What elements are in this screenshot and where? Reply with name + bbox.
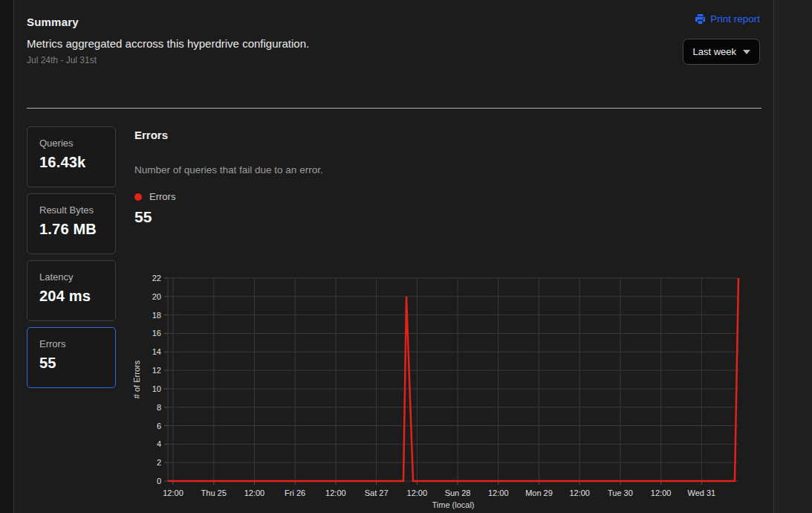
svg-text:4: 4 (157, 439, 161, 448)
stat-value: 1.76 MB (39, 221, 103, 238)
svg-text:12:00: 12:00 (651, 488, 672, 497)
svg-text:Fri 26: Fri 26 (285, 488, 305, 497)
svg-text:2: 2 (157, 458, 161, 467)
errors-line-chart[interactable]: 024681012141618202212:00Thu 2512:00Fri 2… (133, 269, 757, 513)
svg-text:20: 20 (152, 292, 161, 301)
stat-label: Errors (39, 338, 103, 349)
svg-text:8: 8 (157, 403, 161, 412)
stat-label: Result Bytes (39, 204, 103, 216)
page-description: Metrics aggregated accross this hyperdri… (27, 37, 309, 50)
chevron-down-icon (743, 50, 750, 54)
printer-icon (695, 13, 706, 25)
svg-text:12:00: 12:00 (569, 488, 590, 497)
right-gutter (774, 0, 812, 513)
metric-title: Errors (134, 129, 168, 141)
summary-panel: Summary Metrics aggregated accross this … (13, 0, 774, 513)
svg-text:Wed 31: Wed 31 (688, 488, 716, 497)
date-range-label: Jul 24th - Jul 31st (27, 55, 97, 65)
svg-text:Sun 28: Sun 28 (445, 488, 471, 497)
stat-label: Queries (39, 138, 103, 149)
svg-text:14: 14 (152, 347, 161, 356)
svg-text:10: 10 (152, 384, 161, 393)
svg-text:Mon 29: Mon 29 (525, 488, 553, 497)
svg-text:12:00: 12:00 (488, 488, 509, 497)
svg-text:18: 18 (152, 311, 161, 320)
stat-value: 204 ms (39, 288, 103, 305)
svg-text:12:00: 12:00 (325, 488, 346, 497)
svg-text:Sat 27: Sat 27 (365, 488, 389, 497)
svg-text:6: 6 (157, 422, 161, 430)
legend-label: Errors (149, 191, 175, 202)
svg-text:12: 12 (152, 366, 161, 375)
time-range-value: Last week (692, 46, 736, 57)
svg-text:22: 22 (152, 274, 161, 283)
stat-card-errors[interactable]: Errors 55 (27, 327, 116, 388)
svg-text:12:00: 12:00 (407, 488, 428, 497)
print-report-label: Print report (710, 13, 760, 25)
legend-dot-icon (134, 193, 142, 201)
x-axis-label: Time (local) (432, 500, 474, 509)
svg-text:Tue 30: Tue 30 (608, 488, 633, 497)
time-range-selector[interactable]: Last week (683, 39, 760, 65)
stat-label: Latency (39, 271, 103, 283)
stat-card-queries[interactable]: Queries 16.43k (27, 126, 116, 187)
stat-value: 16.43k (39, 154, 103, 171)
chart-gridlines (164, 278, 738, 485)
stat-value: 55 (39, 355, 103, 372)
stat-card-latency[interactable]: Latency 204 ms (27, 260, 116, 321)
svg-text:0: 0 (157, 477, 161, 485)
header-divider (27, 108, 761, 109)
svg-text:16: 16 (152, 329, 161, 338)
svg-text:12:00: 12:00 (163, 488, 183, 497)
metric-description: Number of queries that fail due to an er… (134, 164, 323, 175)
page-title: Summary (27, 16, 79, 28)
metric-total-value: 55 (134, 208, 152, 226)
series-line-errors (168, 278, 738, 481)
print-report-link[interactable]: Print report (695, 13, 760, 25)
stat-card-result-bytes[interactable]: Result Bytes 1.76 MB (27, 193, 116, 254)
y-axis-label: # of Errors (133, 360, 141, 399)
legend-item-errors[interactable]: Errors (134, 191, 175, 202)
svg-text:12:00: 12:00 (244, 488, 265, 497)
svg-text:Thu 25: Thu 25 (201, 488, 227, 497)
